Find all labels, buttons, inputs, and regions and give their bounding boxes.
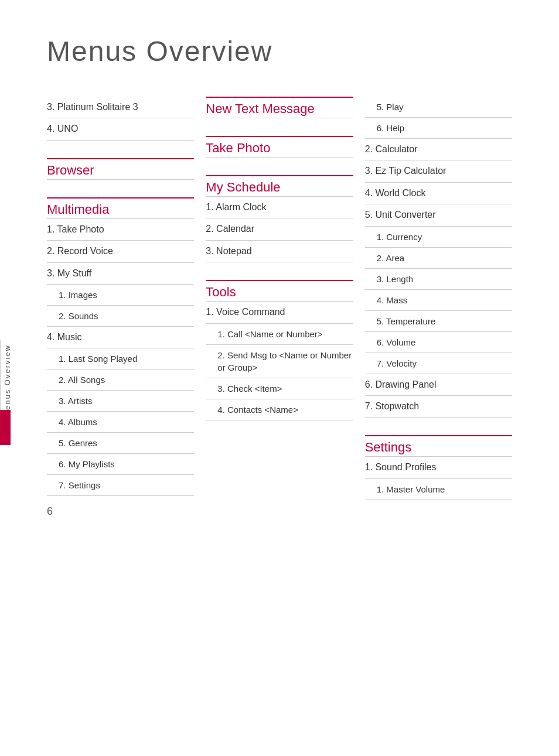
gap [206,158,353,175]
section-heading: New Text Message [206,97,353,117]
menu-item: 5. Genres [47,433,194,454]
menu-item: 1. Images [47,285,194,306]
gap [206,262,353,280]
menu-item: 1. Voice Command [206,302,353,323]
menu-item: 3. My Stuff [47,263,194,285]
section-heading: Browser [47,158,194,178]
menu-item: 3. Platinum Solitaire 3 [47,97,194,118]
gap [206,118,353,136]
menu-item: 2. Sounds [47,306,194,327]
gap [365,418,512,435]
menu-item: 4. Music [47,327,194,348]
menu-item: 2. Calculator [365,139,512,160]
section-heading: My Schedule [206,175,353,195]
gap [47,141,194,158]
menu-item: 6. Help [365,118,512,139]
menu-item: 6. My Playlists [47,454,194,475]
menu-item: 3. Artists [47,391,194,412]
menu-item: 5. Unit Converter [365,204,512,226]
section-heading: Multimedia [47,197,194,217]
column-3: 5. Play6. Help2. Calculator3. Ez Tip Cal… [365,97,524,500]
menu-item: 1. Call <Name or Number> [206,324,353,345]
menu-item: 6. Drawing Panel [365,374,512,396]
menu-item: 4. Albums [47,412,194,433]
menu-item: 2. Send Msg to <Name or Number or Group> [206,345,353,378]
menu-item: 7. Velocity [365,353,512,374]
menu-item: 4. Contacts <Name> [206,399,353,420]
gap [47,180,194,197]
menu-item: 1. Last Song Played [47,348,194,370]
menu-item: 2. All Songs [47,370,194,391]
menu-item: 5. Temperature [365,311,512,332]
menu-item: 1. Master Volume [365,479,512,500]
menu-item: 7. Stopwatch [365,396,512,418]
menu-item: 4. World Clock [365,183,512,204]
side-tab-bar [0,410,11,445]
menu-item: 3. Length [365,269,512,290]
menu-item: 2. Area [365,248,512,269]
menu-item: 1. Alarm Clock [206,197,353,218]
menu-item: 2. Calendar [206,218,353,240]
menu-item: 3. Ez Tip Calculator [365,160,512,182]
menu-item: 1. Sound Profiles [365,457,512,478]
menu-item: 3. Check <Item> [206,378,353,399]
menu-item: 2. Record Voice [47,241,194,262]
menu-item: 5. Play [365,97,512,118]
menu-item: 1. Currency [365,227,512,248]
page-title: Menus Overview [47,35,524,67]
menu-item: 7. Settings [47,475,194,496]
menu-item: 4. Mass [365,290,512,311]
menu-item: 4. UNO [47,118,194,140]
column-2: New Text MessageTake PhotoMy Schedule1. … [206,97,364,500]
menu-item: 6. Volume [365,332,512,353]
page-number: 6 [47,505,53,518]
section-heading: Take Photo [206,136,353,156]
menu-item: 3. Notepad [206,241,353,262]
columns-container: 3. Platinum Solitaire 34. UNOBrowserMult… [47,97,524,500]
column-1: 3. Platinum Solitaire 34. UNOBrowserMult… [47,97,206,500]
menu-item: 1. Take Photo [47,219,194,241]
page: Menus Overview Menus Overview 3. Platinu… [0,0,559,535]
section-heading: Tools [206,280,353,300]
section-heading: Settings [365,435,512,455]
